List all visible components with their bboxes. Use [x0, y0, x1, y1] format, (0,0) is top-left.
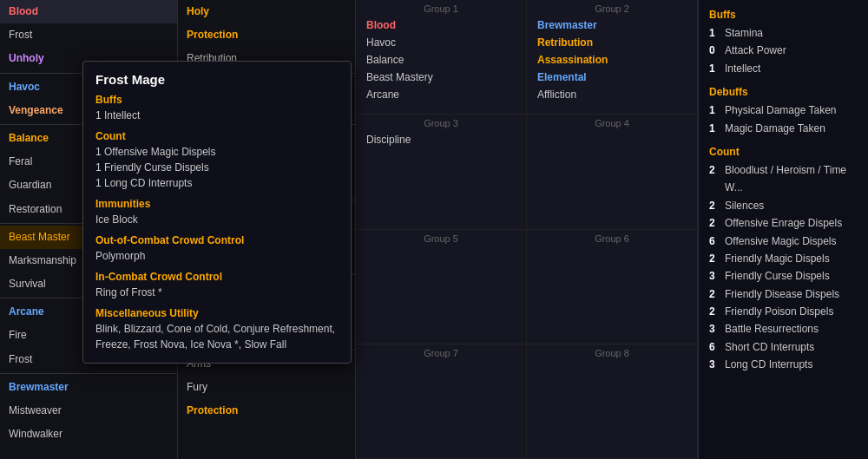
stat-label: Attack Power — [725, 42, 786, 59]
group-cell-8: Group 8 — [527, 344, 698, 459]
stat-label: Friendly Curse Dispels — [725, 267, 830, 285]
tooltip-item: Ice Block — [95, 212, 339, 227]
stat-label: Bloodlust / Heroism / Time W... — [725, 161, 858, 197]
stat-label: Friendly Disease Dispels — [725, 285, 839, 303]
stat-row: 1Intellect — [709, 60, 858, 77]
stat-label: Silences — [725, 197, 764, 214]
stat-row: 2Offensive Enrage Dispels — [709, 214, 858, 232]
stat-row: 1Physical Damage Taken — [709, 102, 858, 119]
stat-row: 3Friendly Curse Dispels — [709, 267, 858, 285]
stat-row: 2Friendly Disease Dispels — [709, 285, 858, 303]
stat-num: 2 — [709, 285, 721, 303]
stat-label: Intellect — [725, 60, 760, 77]
group-spec-item[interactable]: Balance — [361, 51, 521, 69]
stat-num: 1 — [709, 60, 721, 77]
frost-mage-tooltip: Frost MageBuffs1 IntellectCount1 Offensi… — [82, 61, 352, 364]
stat-row: 1Magic Damage Taken — [709, 120, 858, 137]
group-label: Group 6 — [532, 233, 692, 246]
stat-row: 2Friendly Magic Dispels — [709, 250, 858, 267]
group-cell-3: Group 3Discipline — [356, 115, 527, 229]
buffs-title: Buffs — [709, 9, 858, 21]
tooltip-section-label: In-Combat Crowd Control — [95, 271, 339, 283]
stat-row: 3Battle Resurrections — [709, 320, 858, 338]
spec-item[interactable]: Protection — [178, 23, 355, 47]
group-spec-item[interactable]: Blood — [361, 16, 521, 34]
group-label: Group 5 — [361, 233, 521, 246]
stat-num: 1 — [709, 24, 721, 42]
group-spec-item[interactable]: Arcane — [361, 86, 521, 103]
stat-num: 3 — [709, 320, 721, 338]
stat-row: 2Silences — [709, 197, 858, 214]
group-label: Group 7 — [361, 348, 521, 361]
tooltip-section-label: Miscellaneous Utility — [95, 307, 339, 319]
tooltip-item: 1 Friendly Curse Dispels — [95, 160, 339, 175]
stat-label: Magic Damage Taken — [725, 120, 825, 137]
stat-label: Friendly Poison Dispels — [725, 303, 833, 320]
spec-item[interactable]: Protection — [178, 399, 355, 423]
groups-panel: Group 1BloodHavocBalanceBeast MasteryArc… — [356, 0, 699, 459]
stat-label: Physical Damage Taken — [725, 102, 837, 119]
group-cell-2: Group 2BrewmasterRetributionAssassinatio… — [527, 0, 698, 115]
group-cell-5: Group 5 — [356, 230, 527, 344]
group-spec-item[interactable]: Affliction — [532, 86, 692, 103]
group-cell-4: Group 4 — [527, 115, 698, 229]
spec-item[interactable]: Windwalker — [0, 423, 177, 446]
stat-num: 2 — [709, 303, 721, 320]
group-spec-item[interactable]: Beast Mastery — [361, 69, 521, 86]
spec-item[interactable]: Brewmaster — [0, 376, 177, 399]
group-label: Group 1 — [361, 3, 521, 16]
tooltip-item: Ring of Frost * — [95, 285, 339, 300]
stat-label: Long CD Interrupts — [725, 356, 812, 373]
tooltip-item: Polymorph — [95, 248, 339, 264]
spec-item[interactable]: Holy — [178, 0, 355, 23]
group-cell-1: Group 1BloodHavocBalanceBeast MasteryArc… — [356, 0, 527, 115]
stat-row: 6Offensive Magic Dispels — [709, 233, 858, 250]
group-cell-7: Group 7 — [356, 344, 527, 459]
spec-item[interactable]: Fury — [178, 376, 355, 399]
stat-num: 2 — [709, 197, 721, 214]
tooltip-section-label: Count — [95, 130, 339, 142]
divider — [0, 373, 177, 374]
group-cell-6: Group 6 — [527, 230, 698, 344]
group-label: Group 4 — [532, 118, 692, 131]
tooltip-title: Frost Mage — [95, 72, 339, 87]
spec-item[interactable]: Mistweaver — [0, 399, 177, 423]
tooltip-item: 1 Intellect — [95, 108, 339, 123]
stat-row: 6Short CD Interrupts — [709, 338, 858, 356]
spec-item[interactable]: Blood — [0, 0, 177, 23]
tooltip-item: 1 Long CD Interrupts — [95, 175, 339, 191]
stat-num: 1 — [709, 120, 721, 137]
group-spec-item[interactable]: Havoc — [361, 34, 521, 51]
group-spec-item[interactable]: Discipline — [361, 131, 521, 148]
stats-panel: Buffs1Stamina0Attack Power1IntellectDebu… — [699, 0, 868, 459]
stat-num: 2 — [709, 214, 721, 232]
tooltip-item: Blink, Blizzard, Cone of Cold, Conjure R… — [95, 321, 339, 352]
stat-row: 1Stamina — [709, 24, 858, 42]
tooltip-section-label: Immunities — [95, 198, 339, 210]
stat-num: 2 — [709, 161, 721, 197]
group-spec-item[interactable]: Retribution — [532, 34, 692, 51]
stat-label: Offensive Magic Dispels — [725, 233, 837, 250]
stat-num: 1 — [709, 102, 721, 119]
stat-num: 2 — [709, 250, 721, 267]
stat-row: 2Bloodlust / Heroism / Time W... — [709, 161, 858, 197]
stat-num: 3 — [709, 267, 721, 285]
spec-item[interactable]: Frost — [0, 23, 177, 47]
stat-label: Battle Resurrections — [725, 320, 819, 338]
group-spec-item[interactable]: Elemental — [532, 69, 692, 86]
count-title: Count — [709, 146, 858, 158]
stat-label: Friendly Magic Dispels — [725, 250, 830, 267]
tooltip-section-label: Out-of-Combat Crowd Control — [95, 234, 339, 246]
group-label: Group 8 — [532, 348, 692, 361]
stat-num: 3 — [709, 356, 721, 373]
stat-num: 6 — [709, 233, 721, 250]
stat-num: 0 — [709, 42, 721, 59]
tooltip-section-label: Buffs — [95, 94, 339, 106]
debuffs-title: Debuffs — [709, 86, 858, 98]
group-label: Group 2 — [532, 3, 692, 16]
group-spec-item[interactable]: Assassination — [532, 51, 692, 69]
stat-row: 0Attack Power — [709, 42, 858, 59]
group-spec-item[interactable]: Brewmaster — [532, 16, 692, 34]
group-label: Group 3 — [361, 118, 521, 131]
tooltip-item: 1 Offensive Magic Dispels — [95, 144, 339, 160]
